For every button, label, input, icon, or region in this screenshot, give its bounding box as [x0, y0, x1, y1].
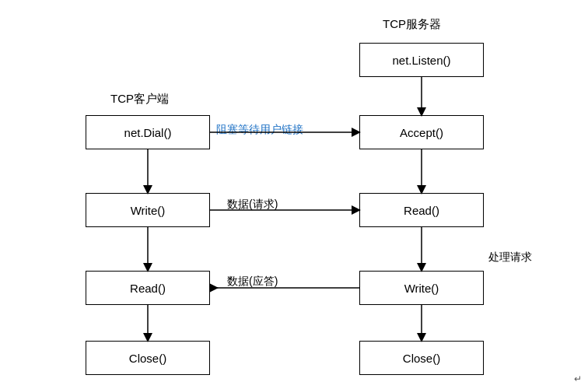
client-read-box: Read() — [86, 271, 210, 305]
data-request-label: 数据(请求) — [227, 198, 278, 212]
handle-request-label: 处理请求 — [488, 251, 532, 265]
block-wait-label: 阻塞等待用户链接 — [216, 123, 303, 137]
data-response-label: 数据(应答) — [227, 275, 278, 289]
diagram: TCP客户端 TCP服务器 net.Listen() Accept() net.… — [0, 0, 588, 389]
server-close-box: Close() — [359, 341, 484, 375]
tcp-server-label: TCP服务器 — [383, 17, 441, 32]
return-icon: ↵ — [574, 373, 582, 384]
tcp-client-label: TCP客户端 — [110, 92, 169, 107]
server-listen-box: net.Listen() — [359, 43, 484, 77]
client-write-box: Write() — [86, 193, 210, 227]
server-read-box: Read() — [359, 193, 484, 227]
server-accept-box: Accept() — [359, 115, 484, 149]
client-close-box: Close() — [86, 341, 210, 375]
server-write-box: Write() — [359, 271, 484, 305]
client-dial-box: net.Dial() — [86, 115, 210, 149]
